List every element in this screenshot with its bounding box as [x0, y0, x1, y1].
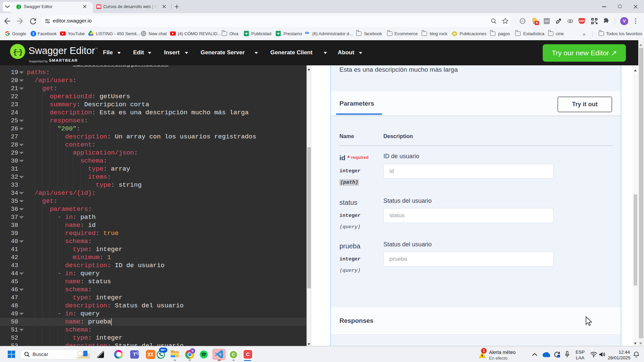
- svg-text:{: {: [13, 49, 17, 56]
